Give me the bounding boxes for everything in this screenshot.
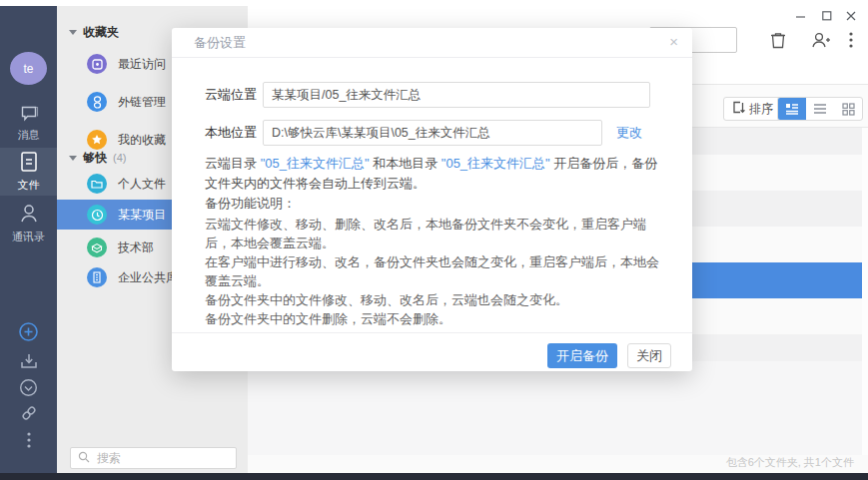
caret-down-icon — [69, 30, 77, 35]
recent-access-icon — [87, 54, 107, 74]
note-line: 备份文件夹中的文件修改、移动、改名后，云端也会随之变化。 — [205, 290, 664, 309]
section-header-label: 收藏夹 — [83, 24, 119, 41]
section-header-label: 够快 — [83, 150, 107, 167]
close-icon[interactable]: × — [669, 33, 678, 50]
rail-item-messages[interactable]: 消息 — [0, 102, 57, 146]
sidebar-item-label: 企业公共库 — [118, 269, 178, 286]
rail-item-contacts[interactable]: 通讯录 — [0, 200, 57, 247]
updates-button[interactable] — [0, 378, 57, 401]
plus-circle-icon — [18, 321, 39, 346]
download-tray-icon — [19, 352, 39, 375]
change-location-link[interactable]: 更改 — [616, 120, 642, 146]
rail-item-files[interactable]: 文件 — [0, 148, 57, 196]
dialog-footer: 开启备份 关闭 — [172, 332, 692, 371]
import-button[interactable] — [0, 352, 57, 375]
enable-backup-button[interactable]: 开启备份 — [547, 343, 617, 368]
cloud-location-input[interactable] — [263, 82, 650, 108]
rail-item-label: 通讯录 — [12, 230, 45, 244]
message-bubble-icon — [18, 106, 40, 125]
document-icon — [19, 151, 39, 175]
sidebar-item-label: 外链管理 — [118, 94, 166, 111]
cloud-location-label: 云端位置 — [205, 82, 257, 108]
intro-text: 云端目录 — [205, 156, 261, 171]
sidebar-item-label: 我的收藏 — [118, 132, 166, 149]
sort-icon — [732, 101, 745, 117]
add-button[interactable] — [0, 321, 57, 346]
left-rail: te 消息 文件 通讯录 — [0, 6, 57, 473]
caret-down-icon — [69, 156, 77, 161]
rail-item-label: 文件 — [18, 178, 40, 193]
sidebar-search[interactable] — [70, 447, 237, 469]
note-line: 云端文件修改、移动、删除、改名后，本地备份文件夹不会变化，重启客户端后，本地会覆… — [205, 215, 664, 252]
view-switcher — [777, 97, 863, 121]
backup-settings-dialog: 备份设置 × 云端位置 本地位置 更改 云端目录 "05_往来文件汇总" 和本地… — [172, 28, 692, 371]
sidebar-item-label: 某某项目 — [118, 207, 166, 224]
add-member-button[interactable] — [809, 29, 833, 51]
notes-heading: 备份功能说明： — [205, 195, 296, 213]
sidebar-section-favorites[interactable]: 收藏夹 — [69, 22, 119, 42]
sidebar-section-library[interactable]: 够快 (4) — [69, 148, 126, 168]
sort-button[interactable]: 排序 — [723, 97, 782, 121]
notes-list: 云端文件修改、移动、删除、改名后，本地备份文件夹不会变化，重启客户端后，本地会覆… — [205, 215, 664, 328]
view-detail-button[interactable] — [778, 98, 806, 120]
search-icon — [78, 449, 90, 467]
note-line: 在客户端中进行移动、改名，备份文件夹也会随之变化，重启客户端后，本地会覆盖云端。 — [205, 252, 664, 290]
sidebar-item-label: 个人文件 — [118, 176, 166, 193]
rail-item-label: 消息 — [18, 128, 40, 143]
note-line: 备份文件夹中的文件删除，云端不会删除。 — [205, 309, 664, 328]
window-close-button[interactable] — [840, 8, 862, 24]
intro-text: 和本地目录 — [370, 156, 441, 171]
link-share-button[interactable] — [0, 404, 57, 426]
library-count: (4) — [113, 152, 126, 164]
status-summary: 包含6个文件夹, 共1个文件 — [726, 455, 854, 470]
local-folder-name: "05_往来文件汇总" — [441, 156, 550, 171]
local-location-input[interactable] — [263, 120, 602, 146]
close-dialog-button[interactable]: 关闭 — [627, 343, 671, 368]
window-maximize-button[interactable] — [816, 8, 838, 24]
window-minimize-button[interactable] — [790, 8, 812, 24]
dialog-title: 备份设置 — [194, 34, 246, 52]
header-more-button[interactable] — [839, 29, 863, 51]
avatar[interactable]: te — [10, 52, 47, 85]
sidebar-item-label: 最近访问 — [118, 56, 166, 73]
clock-icon — [87, 205, 107, 225]
search-input[interactable] — [95, 450, 215, 466]
trash-button[interactable] — [766, 29, 790, 51]
backup-intro-text: 云端目录 "05_往来文件汇总" 和本地目录 "05_往来文件汇总" 开启备份后… — [205, 154, 662, 194]
link-icon — [20, 404, 38, 426]
app-window: te 消息 文件 通讯录 — [0, 0, 868, 480]
dialog-titlebar: 备份设置 — [172, 28, 692, 58]
building-icon — [87, 267, 107, 287]
cloud-folder-name: "05_往来文件汇总" — [261, 156, 370, 171]
view-list-button[interactable] — [806, 98, 834, 120]
local-location-label: 本地位置 — [205, 120, 257, 146]
file-list-background — [248, 361, 862, 455]
star-icon — [87, 130, 107, 150]
scrollbar-track[interactable] — [862, 128, 868, 455]
more-button[interactable] — [0, 432, 57, 452]
folder-icon — [87, 174, 107, 194]
sidebar-item-label: 技术部 — [118, 240, 154, 256]
box-icon — [87, 238, 107, 257]
sort-label: 排序 — [749, 101, 773, 118]
arrow-down-circle-icon — [19, 378, 38, 401]
view-grid-button[interactable] — [834, 98, 862, 120]
kebab-menu-icon — [27, 432, 31, 452]
chain-link-icon — [87, 92, 107, 112]
person-icon — [19, 203, 39, 227]
taskbar-strip — [0, 473, 868, 480]
